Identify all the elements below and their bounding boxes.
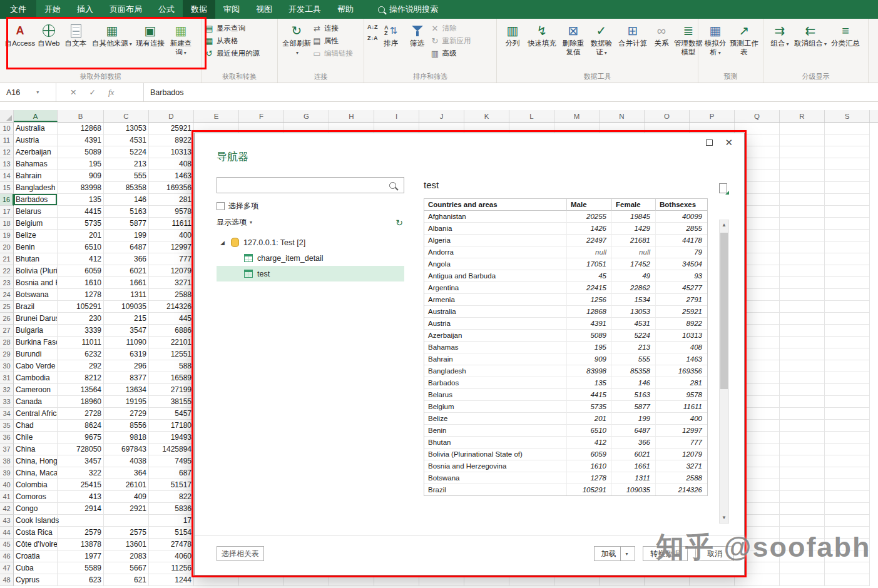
cell-C39[interactable]: 364 xyxy=(104,467,149,479)
cell-R24[interactable] xyxy=(780,289,825,301)
row-header-34[interactable]: 34 xyxy=(0,408,14,420)
cell-A44[interactable]: Costa Rica xyxy=(14,527,58,539)
cell-C34[interactable]: 2729 xyxy=(104,408,149,420)
cell-C31[interactable]: 8377 xyxy=(104,372,149,384)
cell-D31[interactable]: 16589 xyxy=(149,372,194,384)
sort-asc-button[interactable]: A↓Z xyxy=(367,24,378,30)
cell-C10[interactable]: 13053 xyxy=(104,123,149,134)
cell-A36[interactable]: Chile xyxy=(14,432,58,444)
select-multiple-row[interactable]: 选择多项 xyxy=(217,201,258,211)
cell-S37[interactable] xyxy=(825,444,870,455)
ribbon-tab-5[interactable]: 数据 xyxy=(183,0,215,19)
cell-A28[interactable]: Burkina Faso xyxy=(14,337,58,348)
cancel-button[interactable]: 取消 xyxy=(695,546,734,561)
cell-A38[interactable]: China, Hong Kong SAR xyxy=(14,455,58,467)
name-box[interactable]: A16 ▾ xyxy=(0,83,56,101)
cell-C28[interactable]: 11090 xyxy=(104,337,149,348)
cell-B43[interactable] xyxy=(58,515,104,527)
row-header-46[interactable]: 46 xyxy=(0,550,14,562)
cell-S35[interactable] xyxy=(825,420,870,432)
ribbon-tab-8[interactable]: 开发工具 xyxy=(280,0,329,19)
row-header-36[interactable]: 36 xyxy=(0,432,14,444)
cell-B12[interactable]: 5089 xyxy=(58,146,104,158)
cell-A47[interactable]: Cuba xyxy=(14,562,58,574)
row-header-42[interactable]: 42 xyxy=(0,503,14,515)
cell-C24[interactable]: 1311 xyxy=(104,289,149,301)
cell-A31[interactable]: Cambodia xyxy=(14,372,58,384)
row-header-40[interactable]: 40 xyxy=(0,479,14,491)
cell-B27[interactable]: 3339 xyxy=(58,325,104,337)
cell-B29[interactable]: 6232 xyxy=(58,348,104,360)
cell-B48[interactable]: 623 xyxy=(58,574,104,586)
cell-B24[interactable]: 1278 xyxy=(58,289,104,301)
row-header-30[interactable]: 30 xyxy=(0,360,14,372)
cell-D22[interactable]: 12079 xyxy=(149,265,194,277)
ribbon-tab-3[interactable]: 页面布局 xyxy=(101,0,150,19)
cell-R22[interactable] xyxy=(780,265,825,277)
cell-D41[interactable]: 822 xyxy=(149,491,194,503)
cell-A26[interactable]: Brunei Darussalam xyxy=(14,313,58,325)
cell-B22[interactable]: 6059 xyxy=(58,265,104,277)
subtotal-button[interactable]: ≡ 分类汇总 xyxy=(828,21,863,49)
row-header-29[interactable]: 29 xyxy=(0,348,14,360)
cell-D47[interactable]: 11256 xyxy=(149,562,194,574)
cell-C48[interactable]: 621 xyxy=(104,574,149,586)
cell-D21[interactable]: 777 xyxy=(149,253,194,265)
cell-B17[interactable]: 4415 xyxy=(58,206,104,218)
column-header-I[interactable]: I xyxy=(374,110,419,122)
clear-filter-button[interactable]: ✕清除 xyxy=(431,24,471,33)
row-header-15[interactable]: 15 xyxy=(0,182,14,194)
column-header-B[interactable]: B xyxy=(58,110,104,122)
load-dropdown-icon[interactable]: ▾ xyxy=(625,551,628,557)
row-header-19[interactable]: 19 xyxy=(0,230,14,241)
from-table-button[interactable]: ▦从表格 xyxy=(205,36,260,46)
cell-R43[interactable] xyxy=(780,515,825,527)
cell-C18[interactable]: 5877 xyxy=(104,218,149,230)
select-multiple-checkbox[interactable] xyxy=(217,202,225,210)
cell-O48[interactable] xyxy=(645,574,690,586)
cell-A48[interactable]: Cyprus xyxy=(14,574,58,586)
cell-D18[interactable]: 11611 xyxy=(149,218,194,230)
cell-C13[interactable]: 213 xyxy=(104,158,149,170)
cell-R13[interactable] xyxy=(780,158,825,170)
cell-A29[interactable]: Burundi xyxy=(14,348,58,360)
cell-S34[interactable] xyxy=(825,408,870,420)
cell-S25[interactable] xyxy=(825,301,870,313)
cell-B18[interactable]: 5735 xyxy=(58,218,104,230)
cell-R15[interactable] xyxy=(780,182,825,194)
cell-R31[interactable] xyxy=(780,372,825,384)
cell-A18[interactable]: Belgium xyxy=(14,218,58,230)
row-header-21[interactable]: 21 xyxy=(0,253,14,265)
cell-A37[interactable]: China xyxy=(14,444,58,455)
column-header-N[interactable]: N xyxy=(600,110,645,122)
refresh-all-button[interactable]: ↻ 全部刷新▾ xyxy=(281,21,312,58)
preview-scrollbar[interactable]: ▲ ▼ xyxy=(719,220,729,524)
cell-P48[interactable] xyxy=(690,574,735,586)
relationships-button[interactable]: ∞ 关系 xyxy=(650,21,673,49)
cell-S30[interactable] xyxy=(825,360,870,372)
cell-R14[interactable] xyxy=(780,170,825,182)
row-header-25[interactable]: 25 xyxy=(0,301,14,313)
cell-R47[interactable] xyxy=(780,562,825,574)
display-options-label[interactable]: 显示选项 xyxy=(217,217,247,228)
load-button[interactable]: 加载 ▾ xyxy=(594,546,635,561)
cell-C37[interactable]: 697843 xyxy=(104,444,149,455)
cell-S43[interactable] xyxy=(825,515,870,527)
row-header-24[interactable]: 24 xyxy=(0,289,14,301)
row-header-31[interactable]: 31 xyxy=(0,372,14,384)
new-query-button[interactable]: ▦ 新建查询▾ xyxy=(167,21,195,58)
cell-B46[interactable]: 1977 xyxy=(58,550,104,562)
cell-R18[interactable] xyxy=(780,218,825,230)
ribbon-tab-9[interactable]: 帮助 xyxy=(329,0,362,19)
cell-A33[interactable]: Canada xyxy=(14,396,58,408)
cell-S48[interactable] xyxy=(825,574,870,586)
row-header-28[interactable]: 28 xyxy=(0,337,14,348)
cell-C21[interactable]: 366 xyxy=(104,253,149,265)
cell-A46[interactable]: Croatia xyxy=(14,550,58,562)
cell-B38[interactable]: 3457 xyxy=(58,455,104,467)
row-header-26[interactable]: 26 xyxy=(0,313,14,325)
row-header-23[interactable]: 23 xyxy=(0,277,14,289)
cell-C22[interactable]: 6021 xyxy=(104,265,149,277)
edit-links-button[interactable]: ▭编辑链接 xyxy=(312,49,353,58)
cell-B39[interactable]: 322 xyxy=(58,467,104,479)
